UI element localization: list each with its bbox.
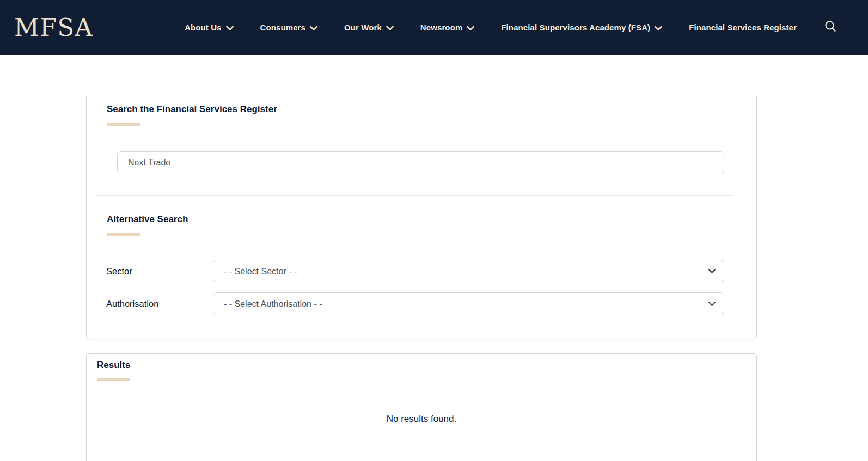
results-title: Results — [97, 360, 746, 371]
nav-item-newsroom[interactable]: Newsroom — [420, 22, 475, 33]
sector-select[interactable]: - - Select Sector - - — [213, 260, 724, 282]
chevron-down-icon — [310, 23, 317, 33]
authorisation-label: Authorisation — [106, 299, 213, 309]
nav-item-label: Our Work — [344, 23, 382, 32]
chevron-down-icon — [467, 23, 474, 33]
sector-select-wrap: - - Select Sector - - — [213, 260, 724, 282]
title-accent-bar — [107, 123, 140, 126]
nav-item-label: Financial Services Register — [689, 23, 797, 32]
alternative-search-head: Alternative Search — [107, 214, 756, 236]
section-divider — [96, 195, 733, 196]
no-results-message: No results found. — [97, 414, 746, 425]
title-accent-bar — [107, 233, 140, 236]
sector-label: Sector — [106, 266, 213, 276]
authorisation-select-wrap: - - Select Authorisation - - — [213, 292, 724, 315]
main-nav: About Us Consumers Our Work Newsroom Fin… — [185, 22, 797, 33]
chevron-down-icon — [655, 23, 662, 33]
alternative-search-title: Alternative Search — [107, 214, 756, 225]
register-search-input[interactable] — [117, 151, 724, 174]
sector-field-row: Sector - - Select Sector - - — [106, 260, 724, 282]
authorisation-select[interactable]: - - Select Authorisation - - — [213, 292, 724, 315]
authorisation-field-row: Authorisation - - Select Authorisation -… — [106, 292, 724, 315]
search-input-row — [117, 151, 724, 174]
mfsa-logo[interactable]: MFSA — [14, 15, 93, 40]
chevron-down-icon — [226, 23, 234, 33]
site-header: MFSA About Us Consumers Our Work Newsroo… — [0, 0, 868, 55]
page-title: Search the Financial Services Register — [107, 104, 756, 115]
main-content: Search the Financial Services Register A… — [86, 94, 757, 461]
nav-item-our-work[interactable]: Our Work — [344, 22, 394, 33]
alternative-search-form: Sector - - Select Sector - - Authorisati… — [106, 260, 724, 315]
results-card: Results No results found. — [86, 353, 757, 461]
results-section-head: Results — [97, 360, 746, 381]
nav-item-label: Newsroom — [420, 23, 463, 32]
nav-item-label: Consumers — [260, 23, 305, 32]
header-search-button[interactable] — [823, 20, 838, 36]
search-register-card: Search the Financial Services Register A… — [86, 94, 757, 339]
chevron-down-icon — [386, 23, 394, 33]
nav-item-label: Financial Supervisors Academy (FSA) — [501, 23, 650, 32]
nav-item-consumers[interactable]: Consumers — [260, 22, 317, 33]
nav-item-about-us[interactable]: About Us — [185, 22, 233, 33]
search-section-head: Search the Financial Services Register — [107, 104, 756, 126]
nav-item-financial-services-register[interactable]: Financial Services Register — [689, 23, 797, 32]
title-accent-bar — [97, 378, 130, 381]
nav-item-label: About Us — [185, 23, 221, 32]
magnifier-icon — [823, 20, 838, 36]
nav-item-fsa-academy[interactable]: Financial Supervisors Academy (FSA) — [501, 22, 662, 33]
